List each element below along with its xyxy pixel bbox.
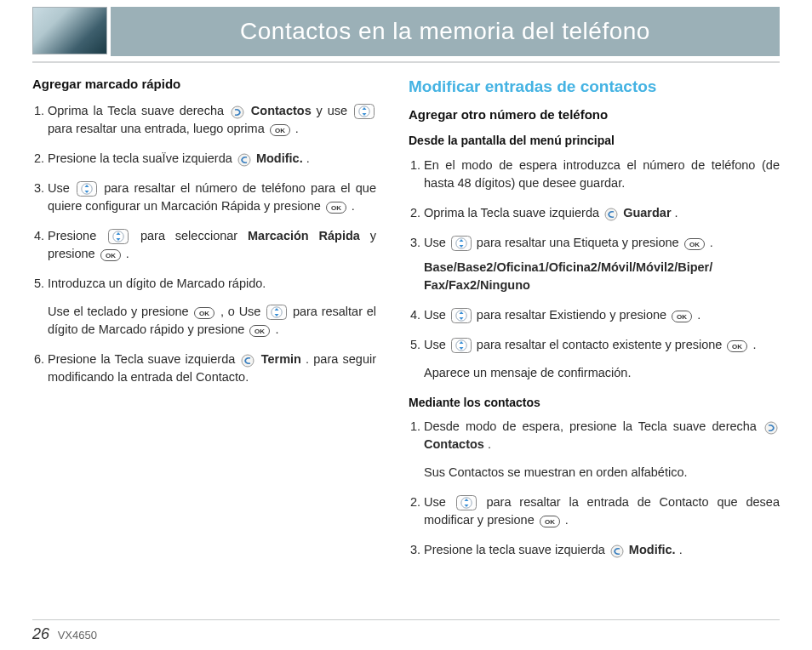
footer: 26 VX4650 xyxy=(32,619,780,643)
left-list: Oprima la Tecla suave derecha Contactos … xyxy=(32,102,376,386)
right-list-b: Desde modo de espera, presione la Tecla … xyxy=(409,418,780,559)
text: . xyxy=(295,122,299,135)
text: . xyxy=(679,543,683,556)
label: Marcación Rápida xyxy=(248,229,360,242)
page: Contactos en la memoria del teléfono Agr… xyxy=(0,7,812,650)
list-item: Presione para seleccionar Marcación Rápi… xyxy=(48,227,376,263)
text: Desde modo de espera, presione la Tecla … xyxy=(424,419,763,433)
ok-key-icon xyxy=(672,311,692,322)
nav-key-icon xyxy=(451,236,472,251)
right-column: Modificar entradas de contactos Agregar … xyxy=(409,75,780,571)
left-heading: Agregar marcado rápido xyxy=(32,75,376,94)
list-item: Desde modo de espera, presione la Tecla … xyxy=(424,418,780,482)
text: para resaltar Existiendo y presione xyxy=(477,308,670,322)
page-title: Contactos en la memoria del teléfono xyxy=(111,7,780,56)
softkey-left-icon xyxy=(237,153,251,167)
list-item: Use para resaltar el contacto existente … xyxy=(424,336,780,382)
list-item: Use para resaltar una Etiqueta y presion… xyxy=(424,234,780,252)
right-heading-a: Desde la pantalla del menú principal xyxy=(409,132,780,149)
text: , o Use xyxy=(220,305,265,318)
text: . xyxy=(697,308,700,322)
text: para resaltar la entrada de Contacto que… xyxy=(424,495,780,527)
text: para seleccionar xyxy=(140,229,248,242)
right-heading-main: Modificar entradas de contactos xyxy=(409,75,780,99)
ok-key-icon xyxy=(684,238,705,250)
text: Use el teclado y presione xyxy=(48,305,192,318)
right-list-a-cont: Use para resaltar Existiendo y presione … xyxy=(409,306,780,382)
label: Modific. xyxy=(629,543,676,556)
list-item: Oprima la Tecla suave derecha Contactos … xyxy=(48,102,376,138)
label-options: Base/Base2/Oficina1/Oficina2/Móvil/Móvil… xyxy=(424,259,780,294)
text: Use xyxy=(48,181,75,195)
text: Presione xyxy=(48,229,106,242)
sub-text: Aparece un mensaje de confirmación. xyxy=(424,364,780,382)
text: Presione la tecla suaÏve izquierda xyxy=(48,151,236,165)
text: Presione la Tecla suave izquierda xyxy=(48,352,239,366)
list-item: Presione la tecla suaÏve izquierda Modif… xyxy=(48,150,376,168)
label: Termin xyxy=(261,352,301,366)
text: Use xyxy=(424,495,455,509)
list-item: Presione la tecla suave izquierda Modifi… xyxy=(424,541,780,559)
nav-key-icon xyxy=(108,229,129,244)
list-item: En el modo de espera introduzca el númer… xyxy=(424,157,780,192)
text: y use xyxy=(317,104,352,117)
label: Guardar xyxy=(623,206,671,220)
right-heading-b: Mediante los contactos xyxy=(409,394,780,411)
ok-key-icon xyxy=(540,516,560,527)
text: Introduzca un dígito de Marcado rápido. xyxy=(48,277,266,290)
header: Contactos en la memoria del teléfono xyxy=(32,7,780,56)
nav-key-icon xyxy=(456,495,477,510)
text: Use xyxy=(424,338,449,351)
softkey-left-icon xyxy=(241,354,254,368)
ok-key-icon xyxy=(100,249,121,261)
right-list-a: En el modo de espera introduzca el númer… xyxy=(409,157,780,252)
softkey-left-icon xyxy=(604,208,618,221)
right-heading-sub: Agregar otro número de teléfono xyxy=(409,105,780,124)
list-item: Use para resaltar Existiendo y presione … xyxy=(424,306,780,324)
page-number: 26 xyxy=(32,625,49,642)
text: . xyxy=(752,338,756,351)
nav-key-icon xyxy=(77,181,97,197)
ok-key-icon xyxy=(727,340,747,352)
list-item: Introduzca un dígito de Marcado rápido. … xyxy=(48,275,376,339)
label: Contactos xyxy=(424,437,484,451)
label: Contactos xyxy=(251,104,312,117)
ok-key-icon xyxy=(270,124,290,136)
list-item: Use para resaltar el número de teléfono … xyxy=(48,180,376,215)
list-item: Presione la Tecla suave izquierda Termin… xyxy=(48,351,376,386)
text: Use xyxy=(424,236,449,249)
model-number: VX4650 xyxy=(58,629,97,641)
text: para resaltar una entrada, luego oprima xyxy=(48,122,268,135)
softkey-left-icon xyxy=(610,545,624,558)
text: . xyxy=(710,236,713,249)
text: para resaltar el contacto existente y pr… xyxy=(477,338,726,351)
content-columns: Agregar marcado rápido Oprima la Tecla s… xyxy=(32,75,780,571)
nav-key-icon xyxy=(451,338,472,353)
text: . xyxy=(352,199,355,213)
nav-key-icon xyxy=(354,104,375,119)
nav-key-icon xyxy=(266,305,287,320)
header-image xyxy=(32,7,107,54)
ok-key-icon xyxy=(249,325,270,337)
text: . xyxy=(126,247,129,260)
text: . xyxy=(675,206,678,220)
text: . xyxy=(306,151,310,165)
text: . xyxy=(275,322,278,336)
left-column: Agregar marcado rápido Oprima la Tecla s… xyxy=(32,75,376,571)
list-item: Use para resaltar la entrada de Contacto… xyxy=(424,493,780,529)
text: Oprima la Tecla suave izquierda xyxy=(424,206,603,220)
text: . xyxy=(488,437,491,451)
sub-text: Sus Contactos se muestran en orden alfab… xyxy=(424,464,780,482)
text: Presione la tecla suave izquierda xyxy=(424,543,609,556)
ok-key-icon xyxy=(326,202,346,214)
label: Modific. xyxy=(256,151,303,165)
softkey-right-icon xyxy=(231,105,244,119)
text: . xyxy=(565,513,569,527)
ok-key-icon xyxy=(194,307,214,319)
text: para resaltar una Etiqueta y presione xyxy=(477,236,683,249)
text: Use xyxy=(424,308,449,322)
text: Oprima la Tecla suave derecha xyxy=(48,104,229,117)
nav-key-icon xyxy=(451,308,472,323)
softkey-right-icon xyxy=(764,421,778,435)
list-item: Oprima la Tecla suave izquierda Guardar … xyxy=(424,204,780,222)
